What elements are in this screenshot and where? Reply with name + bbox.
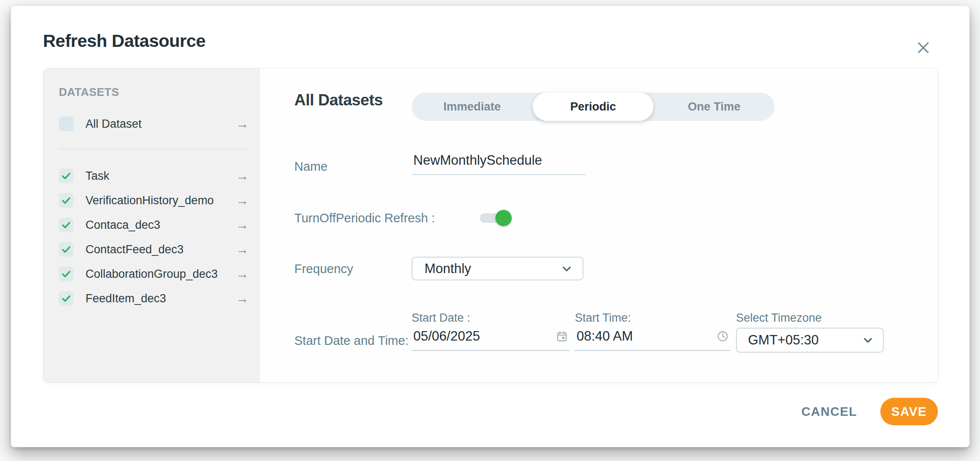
sidebar-item-contaca[interactable]: Contaca_dec3 → bbox=[59, 217, 249, 233]
sidebar-item-collaborationgroup[interactable]: CollaborationGroup_dec3 → bbox=[59, 266, 249, 282]
dataset-label: All Dataset bbox=[85, 117, 142, 131]
arrow-right-icon[interactable]: → bbox=[236, 218, 249, 231]
start-date-input[interactable]: 05/06/2025 bbox=[412, 329, 570, 351]
dataset-label: FeedItem_dec3 bbox=[85, 292, 166, 305]
all-dataset-checkbox[interactable] bbox=[59, 117, 73, 131]
timezone-select[interactable]: GMT+05:30 bbox=[736, 328, 884, 353]
sidebar-item-feeditem[interactable]: FeedItem_dec3 → bbox=[59, 291, 249, 306]
name-input-value: NewMonthlySchedule bbox=[413, 153, 584, 168]
dataset-label: ContactFeed_dec3 bbox=[85, 243, 183, 256]
timezone-selected-value: GMT+05:30 bbox=[748, 332, 862, 348]
sidebar-item-all-dataset[interactable]: All Dataset → bbox=[59, 116, 249, 132]
cancel-button[interactable]: CANCEL bbox=[801, 405, 857, 419]
tab-periodic[interactable]: Periodic bbox=[533, 92, 654, 121]
name-label: Name bbox=[294, 160, 327, 174]
arrow-right-icon[interactable]: → bbox=[236, 267, 249, 280]
sidebar-item-task[interactable]: Task → bbox=[59, 168, 249, 184]
frequency-select[interactable]: Monthly bbox=[412, 257, 583, 280]
dataset-checkbox[interactable] bbox=[59, 242, 73, 257]
select-timezone-sublabel: Select Timezone bbox=[736, 311, 884, 324]
arrow-right-icon[interactable]: → bbox=[236, 243, 249, 256]
close-icon[interactable] bbox=[913, 38, 933, 58]
chevron-down-icon bbox=[561, 263, 572, 274]
datasets-heading: DATASETS bbox=[59, 86, 249, 99]
dataset-checkbox[interactable] bbox=[59, 169, 73, 183]
schedule-settings-area: All Datasets Immediate Periodic One Time… bbox=[260, 68, 938, 382]
start-date-value: 05/06/2025 bbox=[413, 329, 556, 344]
refresh-datasource-dialog: Refresh Datasource DATASETS All Dataset … bbox=[11, 6, 970, 447]
periodic-refresh-toggle[interactable] bbox=[480, 213, 510, 223]
dataset-label: CollaborationGroup_dec3 bbox=[85, 267, 218, 281]
save-button[interactable]: SAVE bbox=[880, 398, 938, 425]
sidebar-item-verificationhistory[interactable]: VerificationHistory_demo → bbox=[59, 193, 249, 208]
dataset-checkbox[interactable] bbox=[59, 267, 73, 281]
dialog-footer: CANCEL SAVE bbox=[801, 398, 938, 425]
sidebar-divider bbox=[59, 149, 249, 149]
sidebar-item-contactfeed[interactable]: ContactFeed_dec3 → bbox=[59, 242, 249, 257]
arrow-right-icon[interactable]: → bbox=[236, 292, 249, 305]
start-time-group: Start Time: 08:40 AM bbox=[575, 311, 730, 351]
toggle-knob bbox=[495, 210, 512, 226]
calendar-icon[interactable] bbox=[556, 330, 568, 342]
datasets-sidebar: DATASETS All Dataset → Task → Verificati… bbox=[43, 68, 260, 382]
frequency-selected-value: Monthly bbox=[424, 261, 561, 277]
start-date-sublabel: Start Date : bbox=[412, 311, 570, 324]
dataset-label: Task bbox=[85, 169, 110, 183]
start-date-group: Start Date : 05/06/2025 bbox=[412, 311, 570, 351]
dataset-checkbox[interactable] bbox=[59, 291, 73, 306]
dataset-label: VerificationHistory_demo bbox=[85, 194, 214, 207]
start-date-time-label: Start Date and Time: bbox=[294, 334, 409, 348]
dialog-title: Refresh Datasource bbox=[43, 31, 205, 51]
dataset-label: Contaca_dec3 bbox=[85, 218, 160, 232]
dataset-checkbox[interactable] bbox=[59, 193, 73, 208]
start-time-sublabel: Start Time: bbox=[575, 311, 730, 324]
frequency-label: Frequency bbox=[294, 262, 353, 276]
chevron-down-icon bbox=[862, 335, 873, 346]
dialog-body-panel: DATASETS All Dataset → Task → Verificati… bbox=[43, 68, 938, 383]
schedule-type-tabs: Immediate Periodic One Time bbox=[412, 92, 775, 121]
tab-immediate[interactable]: Immediate bbox=[412, 92, 533, 121]
arrow-right-icon[interactable]: → bbox=[236, 117, 249, 130]
turn-off-periodic-label: TurnOffPeriodic Refresh : bbox=[294, 211, 435, 225]
timezone-group: Select Timezone GMT+05:30 bbox=[736, 311, 884, 353]
arrow-right-icon[interactable]: → bbox=[236, 194, 249, 207]
tab-one-time[interactable]: One Time bbox=[653, 92, 775, 121]
start-time-value: 08:40 AM bbox=[577, 329, 717, 344]
start-time-input[interactable]: 08:40 AM bbox=[575, 329, 730, 351]
dataset-checkbox[interactable] bbox=[59, 218, 73, 232]
arrow-right-icon[interactable]: → bbox=[236, 169, 249, 182]
all-datasets-heading: All Datasets bbox=[294, 91, 383, 109]
clock-icon[interactable] bbox=[717, 330, 729, 342]
name-input[interactable]: NewMonthlySchedule bbox=[412, 153, 586, 175]
